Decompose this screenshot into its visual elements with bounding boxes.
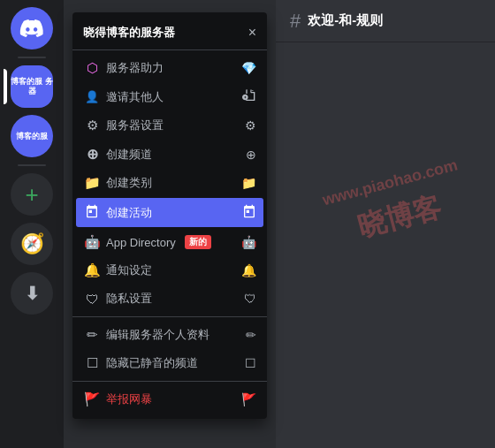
person-add-icon: 👤 xyxy=(83,90,101,103)
download-icon: ⬇ xyxy=(25,283,40,304)
flag-icon: 🚩 xyxy=(83,391,101,407)
menu-label-server-settings: 服务器设置 xyxy=(106,118,164,133)
discord-home-button[interactable] xyxy=(11,7,53,49)
main-content: # 欢迎-和-规则 www.piaohao.com 晓博客 xyxy=(276,0,495,448)
menu-item-app-dir-left: 🤖 App Directory 新的 xyxy=(83,234,211,250)
main-area: www.piaohao.com 晓博客 xyxy=(276,42,495,448)
menu-item-create-category[interactable]: 📁 创建类别 📁 xyxy=(72,169,267,197)
watermark-line2: 晓博客 xyxy=(327,180,471,254)
menu-label-hide-muted: 隐藏已静音的频道 xyxy=(106,355,198,371)
secondary-server-icon[interactable]: 博客的服 xyxy=(11,115,53,157)
menu-item-invite-left: 👤 邀请其他人 xyxy=(83,89,164,105)
menu-item-app-directory[interactable]: 🤖 App Directory 新的 🤖 xyxy=(72,228,267,256)
menu-item-server-boost[interactable]: ⬡ 服务器助力 💎 xyxy=(72,54,267,82)
privacy-icon-right: 🛡 xyxy=(244,292,256,306)
menu-item-settings-left: ⚙ 服务器设置 xyxy=(83,118,164,133)
compass-icon: 🧭 xyxy=(20,232,44,255)
channel-hash-symbol: # xyxy=(290,10,301,33)
context-menu-header: 晓得博客的服务器 × xyxy=(72,18,267,50)
menu-label-report: 举报网暴 xyxy=(106,391,152,407)
invite-icon-right xyxy=(242,88,256,105)
menu-item-report-left: 🚩 举报网暴 xyxy=(83,391,152,407)
menu-item-edit-profile[interactable]: ✏ 编辑服务器个人资料 ✏ xyxy=(72,321,267,349)
hide-icon-right: ☐ xyxy=(245,356,256,370)
menu-label-create-event: 创建活动 xyxy=(106,205,152,221)
menu-item-create-category-left: 📁 创建类别 xyxy=(83,175,152,191)
active-indicator xyxy=(4,69,7,104)
context-menu-title: 晓得博客的服务器 xyxy=(83,25,175,41)
menu-divider-2 xyxy=(72,381,267,382)
menu-item-hide-muted[interactable]: ☐ 隐藏已静音的频道 ☐ xyxy=(72,349,267,377)
context-menu-overlay: 晓得博客的服务器 × ⬡ 服务器助力 💎 👤 邀请其他人 xyxy=(64,0,276,448)
menu-item-invite[interactable]: 👤 邀请其他人 xyxy=(72,82,267,111)
sidebar-divider-1 xyxy=(18,57,46,58)
folder-icon: 📁 xyxy=(83,175,101,191)
menu-label-server-boost: 服务器助力 xyxy=(106,60,164,76)
menu-item-notifications[interactable]: 🔔 通知设定 🔔 xyxy=(72,256,267,285)
gear-icon: ⚙ xyxy=(83,118,101,133)
create-category-icon-right: 📁 xyxy=(241,176,256,190)
sidebar-divider-2 xyxy=(18,164,46,166)
shield-icon: 🛡 xyxy=(83,292,101,307)
notif-icon-right: 🔔 xyxy=(241,263,256,277)
app-dir-icon-right: 🤖 xyxy=(241,235,256,249)
menu-label-create-category: 创建类别 xyxy=(106,175,152,191)
menu-item-hide-left: ☐ 隐藏已静音的频道 xyxy=(83,355,198,371)
event-icon xyxy=(83,204,101,221)
secondary-server-label: 博客的服 xyxy=(16,132,48,141)
bell-icon: 🔔 xyxy=(83,262,101,278)
active-server-icon[interactable]: 博客的服 务器 xyxy=(11,65,53,108)
server-sidebar: 博客的服 务器 博客的服 + 🧭 ⬇ xyxy=(0,0,64,448)
watermark: www.piaohao.com 晓博客 xyxy=(321,156,472,254)
menu-label-notifications: 通知设定 xyxy=(106,262,152,278)
add-server-icon: + xyxy=(25,181,38,209)
create-event-icon-right xyxy=(242,204,256,221)
channel-name: 欢迎-和-规则 xyxy=(308,12,383,29)
menu-label-invite: 邀请其他人 xyxy=(106,89,164,105)
menu-label-privacy: 隐私设置 xyxy=(106,291,152,307)
watermark-line1: www.piaohao.com xyxy=(321,156,460,209)
menu-item-privacy[interactable]: 🛡 隐私设置 🛡 xyxy=(72,285,267,313)
settings-icon-right: ⚙ xyxy=(245,118,256,133)
channel-sidebar: 晓得博客的服务器 × ⬡ 服务器助力 💎 👤 邀请其他人 xyxy=(64,0,276,448)
menu-item-notif-left: 🔔 通知设定 xyxy=(83,262,152,278)
menu-item-create-event[interactable]: 创建活动 xyxy=(76,198,263,227)
menu-label-app-directory: App Directory xyxy=(106,236,176,249)
square-icon: ☐ xyxy=(83,355,101,371)
edit-icon-right: ✏ xyxy=(246,328,256,342)
new-badge: 新的 xyxy=(185,235,211,249)
menu-item-server-settings[interactable]: ⚙ 服务器设置 ⚙ xyxy=(72,111,267,140)
download-button[interactable]: ⬇ xyxy=(11,272,53,315)
menu-item-create-channel-left: ⊕ 创建频道 xyxy=(83,146,152,163)
explore-button[interactable]: 🧭 xyxy=(11,223,53,265)
menu-label-create-channel: 创建频道 xyxy=(106,147,152,163)
robot-icon: 🤖 xyxy=(83,234,101,250)
menu-item-report[interactable]: 🚩 举报网暴 🚩 xyxy=(72,385,267,414)
server-icon-label: 博客的服 务器 xyxy=(11,77,53,96)
create-channel-icon-right: ⊕ xyxy=(246,148,256,162)
menu-item-create-event-left: 创建活动 xyxy=(83,204,152,221)
menu-label-edit-profile: 编辑服务器个人资料 xyxy=(106,327,209,343)
context-menu-close-button[interactable]: × xyxy=(248,26,256,40)
report-icon-right: 🚩 xyxy=(241,392,256,406)
channel-header: # 欢迎-和-规则 xyxy=(276,0,495,42)
menu-divider-1 xyxy=(72,316,267,317)
menu-item-create-channel[interactable]: ⊕ 创建频道 ⊕ xyxy=(72,140,267,169)
octagon-icon: ⬡ xyxy=(83,60,101,76)
context-menu: 晓得博客的服务器 × ⬡ 服务器助力 💎 👤 邀请其他人 xyxy=(72,12,267,419)
plus-circle-icon: ⊕ xyxy=(83,146,101,163)
menu-item-privacy-left: 🛡 隐私设置 xyxy=(83,291,152,307)
menu-item-left: ⬡ 服务器助力 xyxy=(83,60,164,76)
pencil-icon: ✏ xyxy=(83,327,101,343)
add-server-button[interactable]: + xyxy=(11,173,53,216)
menu-item-edit-left: ✏ 编辑服务器个人资料 xyxy=(83,327,209,343)
boost-icon-right: 💎 xyxy=(241,61,256,75)
